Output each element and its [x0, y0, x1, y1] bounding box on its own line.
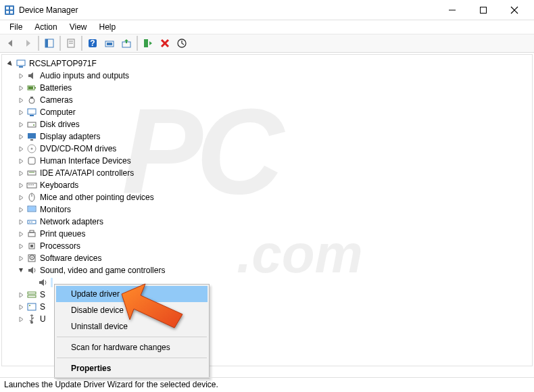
tree-node-label: Display adapters	[40, 132, 100, 141]
toolbar-enable-button[interactable]	[140, 35, 156, 51]
svg-rect-30	[28, 109, 36, 114]
svg-rect-10	[45, 39, 48, 47]
svg-rect-60	[28, 303, 36, 310]
tree-node-label: Keyboards	[40, 180, 78, 190]
storage-icon	[26, 289, 37, 300]
svg-rect-3	[6, 11, 9, 14]
tree-node[interactable]: Computer	[3, 106, 531, 118]
expander-icon[interactable]	[17, 291, 25, 299]
expander-icon[interactable]	[17, 169, 25, 177]
toolbar-help-button[interactable]: ?	[84, 35, 101, 51]
expander-icon[interactable]	[17, 193, 25, 201]
expander-icon[interactable]	[17, 157, 25, 165]
expander-icon[interactable]	[17, 120, 25, 128]
expander-icon[interactable]	[17, 96, 25, 104]
svg-rect-23	[17, 60, 25, 66]
svg-rect-51	[31, 222, 32, 222]
hid-icon	[26, 155, 37, 166]
toolbar-show-hide-button[interactable]	[41, 35, 57, 51]
svg-rect-31	[30, 115, 34, 116]
svg-rect-26	[34, 87, 36, 89]
expander-icon[interactable]	[17, 266, 25, 274]
battery-icon	[26, 82, 37, 93]
expander-icon[interactable]	[17, 315, 25, 323]
svg-point-37	[31, 148, 33, 150]
svg-text:?: ?	[90, 39, 95, 48]
tree-node-label: DVD/CD-ROM drives	[40, 144, 116, 153]
computer-icon	[16, 58, 26, 69]
menu-divider	[57, 358, 207, 358]
context-properties[interactable]: Properties	[56, 360, 208, 376]
expander-icon[interactable]	[17, 205, 25, 214]
expander-icon[interactable]	[17, 254, 25, 262]
tree-node[interactable]: Audio inputs and outputs	[3, 70, 531, 82]
tree-node[interactable]: Display adapters	[3, 130, 531, 143]
svg-point-62	[30, 321, 33, 324]
minimize-button[interactable]	[437, 0, 468, 20]
expander-icon[interactable]	[6, 59, 14, 68]
keyboard-icon	[26, 180, 37, 191]
expander-icon[interactable]	[17, 145, 25, 153]
toolbar-properties-button[interactable]	[63, 35, 79, 51]
tree-node-label: IDE ATA/ATAPI controllers	[40, 168, 134, 178]
tree-node[interactable]: Print queues	[3, 228, 531, 240]
expander-icon[interactable]	[17, 242, 25, 250]
toolbar-refresh-button[interactable]	[174, 35, 190, 51]
tree-node[interactable]: Batteries	[3, 82, 531, 94]
tree-child-label	[51, 278, 53, 287]
tree-node-label: Sound, video and game controllers	[40, 266, 165, 275]
toolbar-update-driver-button[interactable]	[118, 35, 135, 51]
tree-node[interactable]: ⚙Software devices	[3, 252, 531, 264]
tree-node[interactable]: DVD/CD-ROM drives	[3, 143, 531, 155]
cpu-icon	[26, 241, 37, 251]
menu-help[interactable]: Help	[93, 21, 122, 33]
tree-node[interactable]: Keyboards	[3, 179, 531, 191]
expander-icon[interactable]	[17, 132, 25, 141]
disk-icon	[26, 119, 37, 130]
expander-icon[interactable]	[17, 72, 25, 80]
menu-action[interactable]: Action	[28, 21, 63, 33]
tree-node[interactable]: Cameras	[3, 94, 531, 106]
expander-icon[interactable]	[17, 218, 25, 226]
tree-node[interactable]: Sound, video and game controllers	[3, 264, 531, 276]
expander-icon[interactable]	[17, 230, 25, 238]
toolbar-back-button[interactable]	[3, 35, 19, 51]
tree-node[interactable]: Network adapters	[3, 216, 531, 228]
tree-node-label: Disk drives	[40, 120, 80, 129]
app-icon	[4, 5, 15, 16]
svg-point-28	[29, 98, 34, 103]
svg-rect-38	[28, 157, 35, 164]
toolbar-separator	[81, 36, 82, 51]
tree-node[interactable]: Human Interface Devices	[3, 155, 531, 167]
expander-icon[interactable]	[17, 108, 25, 116]
tree-node[interactable]: Disk drives	[3, 118, 531, 130]
toolbar-uninstall-button[interactable]	[157, 35, 173, 51]
menu-view[interactable]: View	[64, 21, 93, 33]
expander-icon[interactable]	[17, 181, 25, 189]
maximize-button[interactable]	[468, 0, 499, 20]
printer-icon	[26, 228, 37, 239]
tree-node[interactable]: IDE ATA/ATAPI controllers	[3, 167, 531, 179]
tree-node-label: Software devices	[40, 253, 101, 263]
svg-text:⚙: ⚙	[28, 253, 36, 262]
close-button[interactable]	[499, 0, 530, 20]
expander-icon[interactable]	[17, 84, 25, 92]
context-scan-hardware[interactable]: Scan for hardware changes	[56, 339, 208, 356]
tree-node[interactable]: Mice and other pointing devices	[3, 191, 531, 203]
svg-rect-2	[10, 7, 13, 9]
tree-node[interactable]: Processors	[3, 240, 531, 252]
system-icon	[26, 301, 37, 312]
expander-icon[interactable]	[17, 303, 25, 311]
monitor-icon	[26, 204, 37, 215]
toolbar-forward-button[interactable]	[20, 35, 36, 51]
tree-node-label: Batteries	[40, 83, 72, 93]
tree-node-label: Print queues	[40, 229, 85, 239]
tree-root-label: RCSLAPTOP971F	[29, 59, 97, 68]
svg-rect-53	[30, 230, 34, 232]
tree-node[interactable]: Monitors	[3, 203, 531, 216]
tree-node-label: Computer	[40, 107, 76, 117]
svg-rect-24	[19, 66, 23, 68]
toolbar-scan-button[interactable]	[101, 35, 118, 51]
tree-root[interactable]: RCSLAPTOP971F	[3, 57, 531, 70]
menu-file[interactable]: File	[3, 21, 28, 33]
